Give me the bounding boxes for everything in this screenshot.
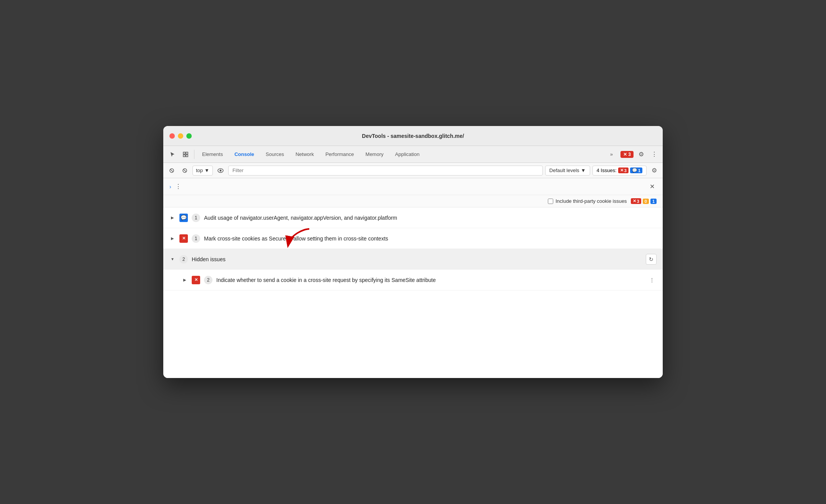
clear-console-button[interactable]: [166, 165, 177, 176]
chevron-right-icon: ›: [169, 184, 171, 190]
panel-warning-badge: 0: [643, 199, 649, 204]
issues-error-x-icon: ✕: [620, 168, 624, 173]
panel-info-badge: 1: [650, 199, 657, 204]
cursor-icon[interactable]: [166, 148, 179, 161]
refresh-button[interactable]: ↻: [646, 254, 657, 265]
panel-error-badge: ✕ 3: [631, 198, 641, 204]
issues-error-count: 3: [624, 168, 627, 173]
hidden-issue-count-1: 2: [204, 276, 212, 284]
issues-info-icon: 💬: [632, 168, 637, 173]
more-options-button[interactable]: ⋮: [649, 149, 660, 160]
close-button[interactable]: [169, 133, 175, 139]
panel-warning-count: 0: [645, 199, 647, 204]
issue-text-1: Audit usage of navigator.userAgent, navi…: [204, 215, 657, 221]
svg-rect-1: [186, 152, 188, 154]
devtools-window: DevTools - samesite-sandbox.glitch.me/ E…: [163, 126, 663, 378]
hidden-issue-type-icon-1: ✕: [192, 276, 200, 284]
console-header-row: › ⋮ ✕: [163, 178, 663, 195]
issue-row-1[interactable]: ▶ 💬 1 Audit usage of navigator.userAgent…: [163, 207, 663, 228]
svg-point-9: [219, 169, 221, 171]
issues-label: 4 Issues:: [597, 167, 617, 173]
tab-bar: Elements Console Sources Network Perform…: [163, 146, 663, 163]
context-label: top: [196, 167, 203, 173]
error-badge: ✕ 3: [620, 151, 634, 158]
error-x-icon: ✕: [623, 152, 627, 157]
svg-line-7: [184, 169, 186, 172]
tab-right-icons: » ✕ 3 ⚙ ⋮: [605, 149, 660, 160]
hidden-issues-header[interactable]: ▼ 2 Hidden issues ↻: [163, 249, 663, 270]
hidden-issue-text-1: Indicate whether to send a cookie in a c…: [216, 277, 644, 283]
traffic-lights: [169, 133, 192, 139]
hidden-issue-right-1: ⋮: [647, 275, 657, 285]
issue-row-2-wrapper: ▶ ✕ 1 Mark cross-site cookies as Secure …: [163, 228, 663, 249]
expand-hidden-icon[interactable]: ▼: [169, 256, 176, 262]
issues-error-badge: ✕ 3: [618, 167, 629, 173]
window-title: DevTools - samesite-sandbox.glitch.me/: [362, 133, 464, 139]
stop-messages-button[interactable]: [179, 165, 190, 176]
console-close-button[interactable]: ✕: [647, 182, 657, 191]
tab-console[interactable]: Console: [229, 149, 259, 159]
hidden-issue-row-1[interactable]: ▶ ✕ 2 Indicate whether to send a cookie …: [163, 270, 663, 290]
settings-button[interactable]: ⚙: [636, 149, 647, 160]
hidden-count-badge: 2: [179, 255, 188, 264]
minimize-button[interactable]: [178, 133, 183, 139]
expand-icon-1[interactable]: ▶: [169, 215, 176, 221]
panel-info-count: 1: [652, 199, 655, 204]
third-party-checkbox-label[interactable]: Include third-party cookie issues: [548, 198, 627, 204]
levels-label: Default levels: [549, 167, 579, 173]
tab-application[interactable]: Application: [390, 149, 425, 159]
svg-line-5: [171, 169, 173, 172]
svg-rect-0: [183, 152, 185, 154]
panel-error-x-icon: ✕: [633, 199, 636, 204]
context-selector[interactable]: top ▼: [192, 166, 213, 176]
issues-counts: ✕ 3 0 1: [631, 198, 657, 204]
levels-arrow-icon: ▼: [581, 167, 586, 173]
issue-type-icon-1: 💬: [179, 214, 188, 222]
tab-separator: [194, 150, 194, 159]
levels-dropdown[interactable]: Default levels ▼: [545, 166, 590, 176]
svg-rect-2: [183, 155, 185, 157]
hidden-issue-more-button-1[interactable]: ⋮: [647, 275, 657, 285]
issue-text-2: Mark cross-site cookies as Secure to all…: [204, 235, 657, 242]
issue-type-icon-2: ✕: [179, 234, 188, 243]
svg-rect-3: [186, 155, 188, 157]
filter-input[interactable]: [228, 166, 543, 176]
tab-network[interactable]: Network: [290, 149, 319, 159]
third-party-checkbox[interactable]: [548, 199, 553, 204]
issue-count-1: 1: [192, 214, 200, 222]
issue-row-2[interactable]: ▶ ✕ 1 Mark cross-site cookies as Secure …: [163, 228, 663, 249]
panel-error-count: 3: [637, 199, 639, 204]
issue-count-2: 1: [192, 234, 200, 243]
issues-panel: Include third-party cookie issues ✕ 3 0 …: [163, 195, 663, 290]
maximize-button[interactable]: [186, 133, 192, 139]
eye-icon-button[interactable]: [215, 165, 226, 176]
issues-info-count: 1: [638, 168, 640, 173]
hidden-section-label: Hidden issues: [192, 256, 642, 262]
error-count: 3: [628, 152, 631, 157]
tab-performance[interactable]: Performance: [320, 149, 359, 159]
tab-elements[interactable]: Elements: [197, 149, 228, 159]
toolbar: top ▼ Default levels ▼ 4 Issues: ✕ 3 💬 1…: [163, 163, 663, 178]
third-party-label: Include third-party cookie issues: [556, 198, 627, 204]
inspect-icon[interactable]: [179, 148, 192, 161]
title-bar: DevTools - samesite-sandbox.glitch.me/: [163, 126, 663, 146]
expand-hidden-issue-icon-1[interactable]: ▶: [182, 277, 188, 283]
tab-memory[interactable]: Memory: [360, 149, 389, 159]
hidden-row-right: ↻: [646, 254, 657, 265]
tab-sources[interactable]: Sources: [260, 149, 290, 159]
tab-more[interactable]: »: [605, 149, 618, 159]
console-area: › ⋮ ✕ Include third-party cookie issues …: [163, 178, 663, 378]
expand-icon-2[interactable]: ▶: [169, 235, 176, 242]
issues-info-badge: 💬 1: [630, 167, 642, 173]
console-more-button[interactable]: ⋮: [173, 181, 184, 192]
dropdown-arrow-icon: ▼: [204, 167, 209, 173]
issues-settings-button[interactable]: ⚙: [649, 165, 660, 176]
issues-top-bar: Include third-party cookie issues ✕ 3 0 …: [163, 195, 663, 207]
issues-badge-container: 4 Issues: ✕ 3 💬 1: [592, 166, 647, 176]
